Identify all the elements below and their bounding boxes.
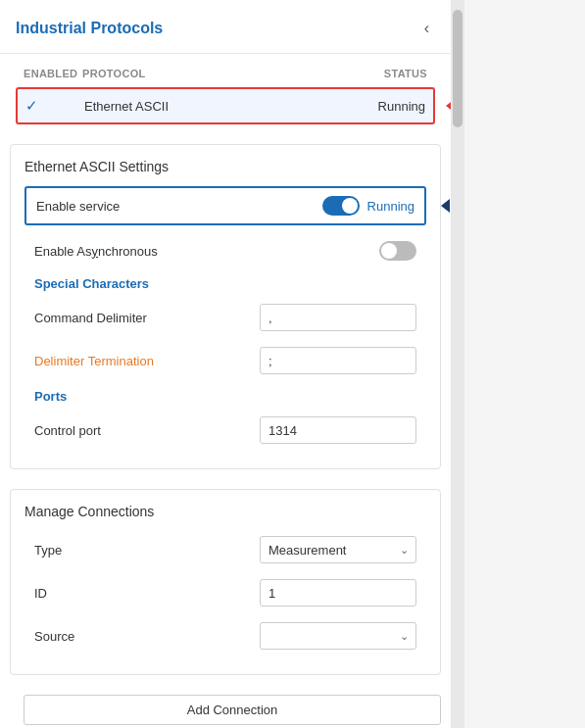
enable-async-toggle[interactable] [379, 241, 416, 261]
toggle-circle [342, 198, 358, 214]
source-select[interactable] [260, 622, 416, 650]
manage-connections-section: Manage Connections Type Measurement Cont… [10, 489, 441, 675]
command-delimiter-row: Command Delimiter [24, 299, 426, 336]
annotation-2: 2 [441, 198, 451, 214]
source-label: Source [34, 629, 260, 644]
enable-async-label: Enable Asynchronous [34, 244, 379, 259]
command-delimiter-label: Command Delimiter [34, 311, 260, 325]
col-header-protocol: PROTOCOL [82, 68, 349, 79]
enable-service-toggle[interactable] [322, 196, 360, 216]
source-row: Source ⌄ [24, 617, 426, 655]
delimiter-termination-row: Delimiter Termination [24, 342, 426, 379]
protocol-status: Running [347, 99, 425, 114]
settings-section-title: Ethernet ASCII Settings [24, 159, 426, 174]
toggle-status-label: Running [367, 199, 414, 214]
toggle-container: Running [322, 196, 414, 216]
control-port-row: Control port [24, 412, 426, 449]
delimiter-termination-label: Delimiter Termination [34, 354, 260, 368]
enable-service-label: Enable service [36, 199, 322, 214]
enable-async-row: Enable Asynchronous [24, 235, 426, 267]
id-row: ID [24, 574, 426, 611]
ports-title: Ports [24, 389, 426, 404]
enable-service-row: Enable service Running [24, 186, 426, 225]
type-select-wrapper: Measurement Control Monitor ⌄ [260, 536, 416, 563]
toggle-circle-off [381, 243, 397, 259]
scrollbar-thumb[interactable] [453, 10, 463, 127]
enabled-checkmark: ✓ [25, 97, 84, 115]
arrow-left-blue-icon [441, 199, 450, 213]
delimiter-termination-input[interactable] [260, 347, 416, 374]
type-select[interactable]: Measurement Control Monitor [260, 536, 416, 563]
id-label: ID [34, 586, 260, 601]
table-header: ENABLED PROTOCOL STATUS [16, 64, 435, 83]
control-port-input[interactable] [260, 416, 416, 444]
col-header-enabled: ENABLED [24, 68, 82, 79]
settings-section: Ethernet ASCII Settings Enable service R… [10, 144, 441, 469]
side-panel [464, 0, 585, 728]
add-connection-button[interactable]: Add Connection [24, 695, 441, 725]
collapse-button[interactable]: ‹ [418, 18, 435, 39]
source-select-wrapper: ⌄ [260, 622, 416, 650]
panel-title: Industrial Protocols [16, 20, 163, 37]
protocol-name: Ethernet ASCII [84, 99, 347, 114]
col-header-status: STATUS [349, 68, 427, 79]
protocol-row[interactable]: ✓ Ethernet ASCII Running [16, 87, 435, 124]
command-delimiter-input[interactable] [260, 304, 416, 331]
underline-y: y [92, 244, 99, 259]
protocol-table-section: ENABLED PROTOCOL STATUS ✓ Ethernet ASCII… [0, 54, 451, 134]
manage-connections-title: Manage Connections [24, 504, 426, 519]
panel-header: Industrial Protocols ‹ [0, 0, 451, 54]
scrollbar-track [451, 0, 464, 728]
control-port-label: Control port [34, 423, 260, 438]
special-characters-title: Special Characters [24, 276, 426, 291]
id-input[interactable] [260, 579, 416, 607]
type-row: Type Measurement Control Monitor ⌄ [24, 531, 426, 568]
type-label: Type [34, 543, 260, 558]
